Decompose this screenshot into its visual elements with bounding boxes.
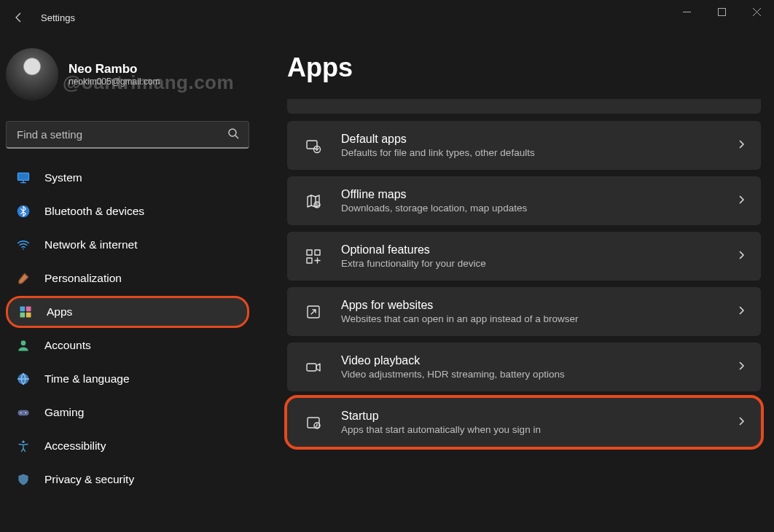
bluetooth-icon [15, 203, 32, 220]
wifi-icon [15, 236, 32, 254]
svg-rect-12 [20, 307, 26, 312]
svg-rect-29 [307, 364, 316, 371]
card-offline-maps[interactable]: Offline maps Downloads, storage location… [287, 176, 761, 225]
window-controls [669, 0, 774, 23]
sidebar-item-personalization[interactable]: Personalization [6, 262, 249, 294]
chevron-right-icon [736, 250, 746, 263]
main-panel: Apps Default apps Defaults for file and … [255, 35, 774, 532]
minimize-icon [683, 8, 691, 16]
maximize-icon [718, 8, 726, 16]
svg-rect-26 [315, 250, 320, 255]
accessibility-icon [15, 437, 32, 455]
svg-point-19 [20, 412, 22, 414]
svg-point-16 [21, 340, 26, 345]
sidebar-item-system[interactable]: System [6, 162, 249, 194]
page-title: Apps [287, 52, 761, 83]
card-default-apps[interactable]: Default apps Defaults for file and link … [287, 121, 761, 170]
sidebar-item-time[interactable]: Time & language [6, 363, 249, 395]
card-subtitle: Downloads, storage location, map updates [341, 203, 736, 214]
arrow-left-icon [13, 12, 25, 23]
sidebar-item-label: Privacy & security [44, 473, 134, 486]
svg-rect-25 [307, 250, 312, 255]
sidebar-nav: SystemBluetooth & devicesNetwork & inter… [6, 162, 249, 496]
sidebar-item-accounts[interactable]: Accounts [6, 329, 249, 361]
card-subtitle: Websites that can open in an app instead… [341, 313, 736, 324]
card-title: Optional features [341, 243, 736, 257]
svg-point-11 [23, 249, 24, 250]
gamepad-icon [15, 404, 32, 421]
app-title: Settings [41, 12, 75, 23]
chevron-right-icon [736, 361, 746, 374]
card-title: Default apps [341, 133, 736, 146]
sidebar-item-label: Accessibility [44, 439, 106, 453]
card-video-playback[interactable]: Video playback Video adjustments, HDR st… [287, 343, 761, 391]
svg-rect-1 [718, 8, 725, 15]
sidebar-item-gaming[interactable]: Gaming [6, 396, 249, 429]
chevron-right-icon [736, 305, 746, 318]
card-optional-features[interactable]: Optional features Extra functionality fo… [287, 232, 761, 281]
grid-plus-icon [303, 246, 324, 267]
sidebar-item-network[interactable]: Network & internet [6, 229, 249, 261]
sidebar-item-label: Personalization [44, 272, 122, 285]
card-subtitle: Apps that start automatically when you s… [341, 424, 736, 435]
svg-rect-14 [20, 313, 26, 318]
chevron-right-icon [736, 139, 746, 152]
search-wrap [6, 121, 249, 149]
svg-rect-6 [18, 173, 29, 180]
globe-icon [15, 370, 32, 388]
card-subtitle: Video adjustments, HDR streaming, batter… [341, 369, 736, 380]
card-list: Default apps Defaults for file and link … [287, 121, 761, 447]
default-apps-icon [303, 136, 324, 156]
sidebar-item-apps[interactable]: Apps [6, 296, 249, 328]
sidebar-item-label: Accounts [44, 339, 91, 352]
sidebar-item-label: Gaming [44, 406, 84, 419]
avatar [6, 48, 58, 101]
card-partial-top[interactable] [287, 99, 761, 114]
svg-rect-13 [26, 307, 31, 312]
card-apps-websites[interactable]: Apps for websites Websites that can open… [287, 287, 761, 336]
brush-icon [15, 270, 32, 287]
card-subtitle: Defaults for file and link types, other … [341, 147, 736, 158]
sidebar-item-label: Network & internet [44, 238, 138, 251]
sidebar-item-label: Apps [47, 305, 72, 318]
sidebar-item-privacy[interactable]: Privacy & security [6, 463, 249, 496]
profile-header[interactable]: Neo Rambo neokim005@gmail.com @oantriman… [6, 41, 249, 108]
map-icon [303, 191, 324, 211]
chevron-right-icon [736, 416, 746, 429]
profile-name: Neo Rambo [69, 61, 160, 77]
svg-rect-15 [26, 313, 31, 318]
sidebar-item-label: Bluetooth & devices [44, 205, 144, 218]
sidebar: Neo Rambo neokim005@gmail.com @oantriman… [0, 35, 255, 532]
sidebar-item-accessibility[interactable]: Accessibility [6, 430, 249, 462]
card-title: Offline maps [341, 188, 736, 201]
sidebar-item-label: Time & language [44, 372, 130, 386]
sidebar-item-bluetooth[interactable]: Bluetooth & devices [6, 195, 249, 227]
svg-rect-22 [307, 141, 317, 149]
profile-email: neokim005@gmail.com [69, 77, 160, 87]
card-title: Apps for websites [341, 299, 736, 312]
titlebar: Settings [0, 0, 774, 35]
card-startup[interactable]: Startup Apps that start automatically wh… [287, 398, 761, 447]
svg-point-20 [26, 412, 27, 414]
sidebar-item-label: System [44, 171, 82, 184]
shield-icon [15, 471, 32, 488]
close-icon [753, 8, 761, 16]
svg-rect-27 [307, 258, 312, 263]
person-icon [15, 337, 32, 354]
svg-point-21 [22, 441, 24, 443]
svg-rect-18 [18, 410, 29, 416]
card-subtitle: Extra functionality for your device [341, 258, 736, 269]
card-title: Video playback [341, 354, 736, 367]
search-input[interactable] [6, 121, 249, 149]
open-app-icon [303, 302, 324, 322]
chevron-right-icon [736, 195, 746, 208]
video-icon [303, 357, 324, 378]
maximize-button[interactable] [704, 0, 739, 23]
minimize-button[interactable] [669, 0, 704, 23]
card-title: Startup [341, 410, 736, 423]
monitor-icon [15, 169, 32, 187]
close-button[interactable] [739, 0, 774, 23]
apps-icon [17, 303, 34, 321]
back-button[interactable] [9, 7, 29, 28]
startup-icon [303, 412, 324, 433]
